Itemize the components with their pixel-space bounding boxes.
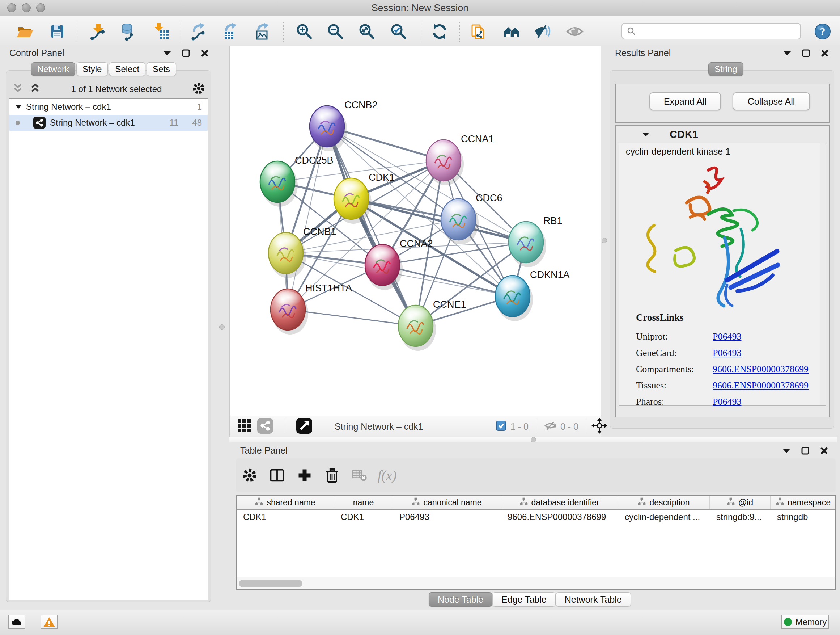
tab-edge-table[interactable]: Edge Table — [493, 592, 556, 607]
network-node-CDKN1A[interactable]: CDKN1A — [495, 269, 570, 321]
crosslink-pharos[interactable]: P06493 — [713, 396, 741, 407]
horizontal-splitter[interactable] — [229, 437, 837, 442]
crosslink-compartments[interactable]: 9606.ENSP00000378699 — [713, 364, 808, 375]
network-node-CCNE1[interactable]: CCNE1 — [398, 299, 466, 351]
expand-all-button[interactable]: Expand All — [649, 92, 721, 111]
add-column-icon[interactable] — [294, 465, 315, 486]
view-eye-icon[interactable] — [565, 22, 584, 41]
network-node-HIST1H1A[interactable]: HIST1H1A — [271, 283, 352, 334]
open-session-icon[interactable] — [15, 22, 34, 41]
import-table-file-icon[interactable] — [152, 22, 171, 41]
zoom-selected-icon[interactable] — [389, 22, 408, 41]
panel-menu-icon[interactable] — [162, 48, 172, 58]
panel-float-icon[interactable] — [801, 48, 811, 58]
table-hscrollbar-thumb[interactable] — [239, 580, 302, 587]
gene-entry-header[interactable]: CDK1 — [616, 126, 829, 143]
tab-select[interactable]: Select — [109, 62, 145, 76]
column-header-description[interactable]: description — [618, 496, 710, 509]
network-node-CDC6[interactable]: CDC6 — [441, 193, 502, 244]
column-header-databaseidentifier[interactable]: database identifier — [501, 496, 618, 509]
column-header-namespace[interactable]: namespace — [771, 496, 836, 509]
export-network-icon[interactable] — [190, 22, 209, 41]
cloud-icon — [11, 618, 22, 626]
table-settings-gear-icon[interactable] — [240, 465, 260, 486]
network-graph[interactable]: CCNB2CCNA1CDC25BCDK1CDC6RB1CCNB1CCNA2CDK… — [230, 46, 602, 416]
tab-string[interactable]: String — [708, 62, 744, 76]
tab-style[interactable]: Style — [76, 62, 108, 76]
export-image-icon[interactable] — [254, 22, 272, 41]
export-table-icon[interactable] — [221, 22, 240, 41]
birdseye-view-icon[interactable] — [296, 418, 312, 435]
network-view-toolbar: String Network – cdk1 1 - 0 0 - 0 — [229, 416, 601, 437]
search-input[interactable] — [639, 26, 796, 36]
crosslink-genecard[interactable]: P06493 — [713, 348, 741, 358]
node-label-CCNA2: CCNA2 — [400, 238, 433, 249]
pan-crosshair-icon[interactable] — [592, 418, 607, 435]
panel-float-icon[interactable] — [181, 48, 191, 58]
panel-float-icon[interactable] — [800, 446, 810, 456]
column-header-canonicalname[interactable]: canonical name — [393, 496, 501, 509]
zoom-in-icon[interactable] — [295, 22, 314, 41]
home-networks-icon[interactable] — [502, 22, 521, 41]
apply-layout-icon[interactable] — [430, 22, 449, 41]
crosslink-uniprot[interactable]: P06493 — [713, 331, 741, 342]
tab-network-table[interactable]: Network Table — [556, 592, 631, 607]
show-columns-icon[interactable] — [267, 465, 287, 486]
network-node-CCNB2[interactable]: CCNB2 — [309, 100, 378, 151]
network-row-selected[interactable]: String Network – cdk1 11 48 — [9, 115, 208, 131]
string-app-icon — [33, 117, 46, 129]
zoom-fit-icon[interactable] — [357, 22, 376, 41]
table-row[interactable]: CDK1CDK1P064939606.ENSP00000378699cyclin… — [237, 510, 835, 524]
panel-close-icon[interactable] — [200, 48, 210, 58]
panel-close-icon[interactable] — [819, 446, 829, 456]
selected-checkbox-icon[interactable] — [496, 421, 506, 432]
panel-menu-icon[interactable] — [782, 48, 792, 58]
column-header-sharedname[interactable]: shared name — [237, 496, 334, 509]
tab-sets[interactable]: Sets — [147, 62, 176, 76]
zoom-out-icon[interactable] — [326, 22, 345, 41]
warnings-button[interactable] — [41, 615, 58, 629]
node-label-CDC25B: CDC25B — [295, 155, 333, 166]
column-header-id[interactable]: @id — [710, 496, 771, 509]
hide-unhide-eye-icon[interactable] — [533, 22, 552, 41]
results-scrollbar[interactable] — [820, 143, 826, 405]
network-collection-row[interactable]: String Network – cdk1 1 — [9, 99, 208, 115]
import-network-database-icon[interactable] — [119, 22, 138, 41]
network-node-CDC25B[interactable]: CDC25B — [260, 155, 333, 207]
cell: stringdb:9... — [710, 510, 771, 524]
tab-network[interactable]: Network — [31, 62, 75, 76]
import-network-file-icon[interactable] — [89, 22, 108, 41]
string-view-icon[interactable] — [257, 418, 273, 435]
crosslink-tissues[interactable]: 9606.ENSP00000378699 — [713, 380, 808, 391]
tab-node-table[interactable]: Node Table — [429, 592, 493, 607]
collapse-all-button[interactable]: Collapse All — [733, 92, 810, 111]
network-options-gear-icon[interactable] — [192, 81, 205, 97]
column-header-name[interactable]: name — [334, 496, 393, 509]
network-canvas[interactable]: CCNB2CCNA1CDC25BCDK1CDC6RB1CCNB1CCNA2CDK… — [229, 46, 601, 416]
right-splitter-grip[interactable] — [602, 238, 607, 243]
memory-button[interactable]: Memory — [782, 615, 829, 629]
help-icon[interactable]: ? — [813, 22, 832, 41]
hidden-eye-icon[interactable] — [544, 419, 557, 434]
tree-expander-icon[interactable] — [15, 105, 22, 109]
entry-expander-icon[interactable] — [642, 132, 649, 137]
left-splitter-grip[interactable] — [219, 325, 225, 330]
control-panel: Control Panel NetworkStyleSelectSets 1 o… — [3, 46, 214, 610]
cloud-status-button[interactable] — [8, 615, 25, 629]
grid-view-icon[interactable] — [236, 418, 252, 435]
panel-menu-icon[interactable] — [782, 446, 791, 456]
network-snapshot-icon[interactable] — [469, 22, 488, 41]
network-node-RB1[interactable]: RB1 — [508, 215, 562, 267]
collapse-all-tree-icon[interactable] — [11, 82, 24, 96]
save-session-icon[interactable] — [48, 22, 66, 41]
panel-close-icon[interactable] — [820, 48, 830, 58]
network-edge[interactable] — [327, 126, 416, 326]
network-node-CCNB1[interactable]: CCNB1 — [268, 226, 336, 278]
node-label-RB1: RB1 — [543, 215, 562, 226]
expand-all-tree-icon[interactable] — [29, 82, 41, 96]
network-edge[interactable] — [288, 126, 327, 310]
network-node-CCNA1[interactable]: CCNA1 — [426, 134, 494, 185]
horizontal-splitter-grip[interactable] — [531, 437, 536, 442]
delete-column-trash-icon[interactable] — [322, 465, 342, 486]
toolbar-separator — [284, 419, 284, 434]
